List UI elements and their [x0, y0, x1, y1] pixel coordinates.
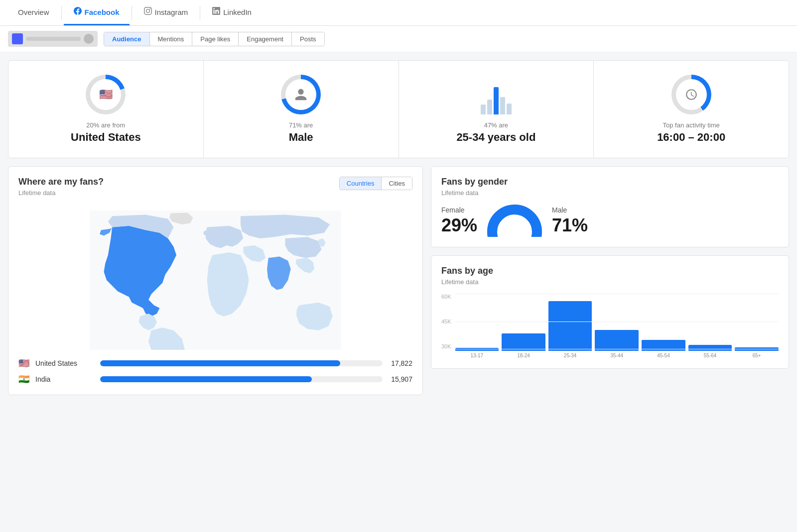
map-title: Where are my fans?	[18, 177, 104, 187]
female-label: Female	[441, 206, 477, 214]
profile-icon	[84, 34, 94, 44]
country-row-us: 🇺🇸 United States 17,822	[18, 358, 412, 369]
gender-subtitle: 71% are	[214, 121, 389, 129]
us-flag-icon: 🇺🇸	[99, 88, 113, 101]
age-y-axis: 60K 45K 30K	[441, 294, 451, 358]
age-bar-25-34	[548, 301, 592, 351]
tab-page-likes[interactable]: Page likes	[192, 32, 239, 46]
linkedin-icon	[212, 7, 220, 17]
tab-engagement[interactable]: Engagement	[239, 32, 292, 46]
map-header: Where are my fans? Lifetime data Countri…	[18, 177, 412, 205]
age-lbl-18-24: 18-24	[517, 353, 530, 358]
age-col-13-17: 13-17	[455, 348, 499, 358]
summary-card: 🇺🇸 20% are from United States 71% are Ma…	[8, 60, 789, 158]
age-col-45-54: 45-54	[642, 340, 685, 358]
gender-row: Female 29% Male 71%	[441, 205, 779, 237]
nav-linkedin[interactable]: LinkedIn	[202, 0, 262, 25]
nav-instagram[interactable]: Instagram	[134, 0, 198, 25]
age-lbl-65plus: 65+	[753, 353, 761, 358]
sub-tabs: Audience Mentions Page likes Engagement …	[104, 32, 325, 46]
age-bar-13-17	[455, 348, 499, 351]
age-col-18-24: 18-24	[502, 333, 545, 358]
age-lbl-13-17: 13-17	[471, 353, 484, 358]
tab-posts[interactable]: Posts	[292, 32, 324, 46]
svg-point-2	[492, 210, 537, 237]
age-value: 25-34 years old	[409, 131, 584, 144]
summary-gender: 71% are Male	[204, 61, 399, 158]
nav-overview[interactable]: Overview	[8, 0, 59, 25]
age-bars-wrap: 13-17 18-24 25-34	[455, 294, 779, 358]
circle-inner-gender	[285, 79, 316, 110]
age-lbl-35-44: 35-44	[610, 353, 623, 358]
location-subtitle: 20% are from	[18, 121, 193, 129]
age-bar-5	[507, 104, 512, 114]
us-bar	[100, 360, 340, 366]
summary-location: 🇺🇸 20% are from United States	[8, 61, 204, 158]
profile-selector[interactable]	[8, 31, 98, 47]
tab-mentions[interactable]: Mentions	[150, 32, 193, 46]
female-pct: 29%	[441, 215, 477, 236]
india-count: 15,907	[388, 375, 412, 383]
profile-avatar	[12, 33, 23, 44]
age-bar-65plus	[735, 347, 779, 351]
activity-subtitle: Top fan activity time	[604, 121, 779, 129]
age-bar-35-44	[595, 330, 639, 351]
top-nav: Overview Facebook Instagram LinkedIn	[0, 0, 797, 26]
age-bar-55-64	[688, 345, 732, 351]
tab-audience[interactable]: Audience	[104, 32, 150, 46]
y-label-45k: 45K	[441, 319, 451, 324]
y-label-60k: 60K	[441, 294, 451, 300]
age-lbl-25-34: 25-34	[564, 353, 577, 358]
map-title-wrap: Where are my fans? Lifetime data	[18, 177, 104, 205]
india-name: India	[35, 375, 95, 383]
age-bars-row: 13-17 18-24 25-34	[455, 294, 779, 358]
age-bar-18-24	[502, 333, 545, 351]
linkedin-label: LinkedIn	[223, 8, 252, 16]
age-title: Fans by age	[441, 266, 779, 276]
toggle-cities[interactable]: Cities	[382, 177, 412, 190]
toggle-countries[interactable]: Countries	[340, 177, 382, 190]
india-flag: 🇮🇳	[18, 374, 30, 385]
bottom-grid: Where are my fans? Lifetime data Countri…	[8, 166, 789, 395]
us-bar-wrap	[100, 360, 383, 366]
age-bar-45-54	[642, 340, 685, 351]
circle-inner-activity	[676, 79, 707, 110]
us-count: 17,822	[388, 359, 412, 367]
age-bars-mini	[476, 75, 516, 114]
profile-name-line	[26, 37, 81, 41]
age-col-35-44: 35-44	[595, 330, 639, 358]
us-flag: 🇺🇸	[18, 358, 30, 369]
age-col-25-34: 25-34	[548, 301, 592, 358]
instagram-icon	[144, 7, 152, 17]
facebook-label: Facebook	[85, 8, 120, 16]
overview-label: Overview	[18, 8, 49, 16]
toolbar: Audience Mentions Page likes Engagement …	[0, 26, 797, 52]
india-bar	[100, 376, 312, 382]
gender-male: Male 71%	[552, 206, 588, 236]
age-card-subtitle: Lifetime data	[441, 278, 779, 286]
nav-facebook[interactable]: Facebook	[64, 0, 130, 25]
gender-donut	[487, 205, 542, 237]
activity-value: 16:00 – 20:00	[604, 131, 779, 144]
nav-divider-3	[200, 6, 200, 20]
us-name: United States	[35, 359, 95, 367]
map-card: Where are my fans? Lifetime data Countri…	[8, 166, 423, 395]
age-bar-3	[494, 87, 499, 114]
map-subtitle: Lifetime data	[18, 189, 104, 197]
age-bar-2	[487, 100, 492, 114]
map-toggle: Countries Cities	[339, 177, 412, 190]
facebook-icon	[74, 7, 82, 17]
circle-inner-location: 🇺🇸	[90, 79, 121, 110]
location-value: United States	[18, 131, 193, 144]
gender-value: Male	[214, 131, 389, 144]
y-label-30k: 30K	[441, 343, 451, 349]
gender-card-subtitle: Lifetime data	[441, 189, 779, 197]
india-bar-wrap	[100, 376, 383, 382]
gender-card: Fans by gender Lifetime data Female 29%	[431, 166, 789, 247]
nav-divider-2	[132, 6, 132, 20]
age-card: Fans by age Lifetime data 60K 45K 30K	[431, 255, 789, 369]
summary-activity: Top fan activity time 16:00 – 20:00	[594, 61, 789, 158]
male-pct: 71%	[552, 215, 588, 236]
location-circle: 🇺🇸	[86, 75, 126, 114]
age-bar-1	[481, 105, 486, 114]
